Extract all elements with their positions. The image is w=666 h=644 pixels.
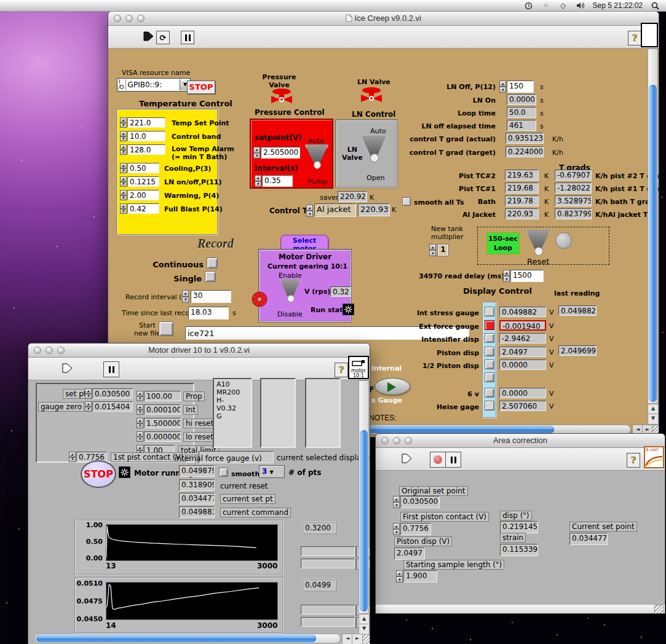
listbox-2[interactable]	[260, 378, 296, 448]
minimize-button[interactable]	[46, 347, 53, 354]
interval-spinner[interactable]: ▲▼	[255, 175, 261, 187]
cooling-spinner[interactable]: ▲▼	[120, 163, 127, 173]
six-v-toggle[interactable]	[485, 388, 494, 398]
first-piston-contact-spinner[interactable]: ▲▼	[393, 523, 400, 535]
ln-onoff-spinner[interactable]: ▲▼	[120, 176, 127, 187]
displays-icon[interactable]: ⁘	[541, 1, 551, 10]
gauge-switch-button[interactable]	[375, 378, 410, 395]
run-continuous-icon[interactable]: ⟳	[156, 31, 170, 44]
new-tank-spinner[interactable]: ▲▼	[429, 244, 436, 256]
low-temp-alarm-spinner[interactable]: ▲▼	[120, 144, 127, 155]
resize-grip[interactable]	[362, 634, 370, 644]
close-button[interactable]	[114, 15, 121, 22]
ice-creep-titlebar[interactable]: Ice Creep v9.0.2.vi	[108, 12, 659, 26]
cursor-field-y1[interactable]	[301, 559, 355, 568]
setpoint-spinner[interactable]: ▲▼	[253, 147, 260, 159]
first-piston-contact-field[interactable]: 0.7756	[400, 523, 431, 535]
int-spinner[interactable]: ▲▼	[137, 404, 143, 415]
stop-button[interactable]: STOP	[81, 460, 116, 488]
cursor-field-x1[interactable]	[301, 546, 355, 556]
piston-disp-toggle[interactable]	[485, 347, 494, 356]
zoom-button[interactable]	[57, 347, 65, 354]
original-set-point-field[interactable]: 0.030500	[400, 496, 440, 508]
sample-length-field[interactable]: 1.900	[403, 570, 437, 583]
area-titlebar[interactable]: Area correction	[376, 434, 665, 448]
displacement-listbox[interactable]: A10 MR200 H- V0.32 G	[213, 378, 252, 448]
set-pt-spinner[interactable]: ▲▼	[85, 388, 92, 399]
run-icon[interactable]	[62, 363, 73, 375]
minimize-button[interactable]	[393, 437, 400, 444]
read-delay-spinner[interactable]: ▲▼	[503, 270, 510, 282]
help-button[interactable]: ?	[628, 31, 641, 45]
lo-reset-field[interactable]: 0.000000	[144, 431, 181, 442]
run-state-indicator[interactable]	[343, 304, 354, 318]
sample-length-spinner[interactable]: ▲▼	[396, 570, 403, 583]
full-blast-spinner[interactable]: ▲▼	[120, 203, 127, 214]
control-band-field[interactable]: 10.0	[127, 131, 165, 141]
prop-spinner[interactable]: ▲▼	[137, 391, 143, 401]
single-toggle[interactable]	[205, 271, 216, 282]
smooth-all-ts-checkbox[interactable]	[402, 197, 411, 206]
vi-icon-box[interactable]	[641, 23, 658, 47]
temp-setpoint-spinner[interactable]: ▲▼	[120, 117, 127, 128]
setpoint-field[interactable]: 2.505000	[261, 147, 300, 159]
main-vertical-scrollbar[interactable]	[648, 49, 658, 404]
close-button[interactable]	[381, 437, 389, 444]
smooth-toggle[interactable]	[219, 468, 228, 477]
read-delay-field[interactable]: 1500	[510, 270, 544, 282]
control-tc-spinner[interactable]: ▲▼	[306, 205, 313, 217]
record-interval-spinner[interactable]: ▲▼	[182, 290, 189, 303]
run-icon[interactable]	[402, 454, 413, 466]
pause-button[interactable]	[181, 31, 194, 44]
scroll-right-button[interactable]: ►	[352, 634, 363, 644]
vi-icon-acorr[interactable]: A corr	[644, 446, 664, 468]
cooling-field[interactable]: 0.50	[127, 163, 159, 173]
listbox-3[interactable]	[305, 378, 341, 448]
hi-reset-field[interactable]: 1.500000	[144, 418, 181, 428]
lo-reset-spinner[interactable]: ▲▼	[137, 431, 143, 442]
resize-grip[interactable]	[654, 605, 664, 614]
pressure-valve-slider[interactable]	[305, 144, 328, 170]
pause-button[interactable]	[445, 452, 461, 468]
original-set-point-spinner[interactable]: ▲▼	[393, 496, 400, 508]
motor-horizontal-scrollbar[interactable]	[34, 634, 341, 643]
pause-button[interactable]	[103, 361, 119, 377]
zoom-button[interactable]	[405, 437, 412, 444]
hi-reset-spinner[interactable]: ▲▼	[137, 418, 143, 428]
close-button[interactable]	[34, 347, 41, 354]
warming-field[interactable]: 2.00	[127, 190, 159, 200]
contact-spinner[interactable]: ▲▼	[69, 452, 76, 462]
ln-off-field[interactable]: 150	[507, 80, 534, 93]
reset-slider[interactable]	[526, 230, 550, 257]
run-icon[interactable]	[143, 31, 154, 44]
ln-off-spinner[interactable]: ▲▼	[499, 80, 506, 93]
zoom-button[interactable]	[137, 15, 145, 22]
gauge-zero-field[interactable]: 0.015404	[92, 401, 133, 412]
motor-titlebar[interactable]: Motor driver 10 to 1 v9.0.2.vi	[28, 344, 370, 358]
ext-force-toggle[interactable]	[485, 320, 494, 330]
gauge-zero-spinner[interactable]: ▲▼	[85, 401, 92, 412]
motor-enable-slider[interactable]	[280, 279, 301, 304]
intensifier-toggle[interactable]	[485, 333, 494, 343]
control-band-spinner[interactable]: ▲▼	[120, 131, 127, 141]
set-pt-field[interactable]: 0.030500	[92, 388, 133, 399]
minimize-button[interactable]	[125, 15, 133, 22]
ln-onoff-field[interactable]: 0.1215	[127, 176, 159, 187]
record-interval-field[interactable]: 30	[191, 290, 231, 303]
full-blast-field[interactable]: 0.42	[127, 203, 159, 214]
volume-icon[interactable]	[576, 1, 585, 10]
half-piston-toggle[interactable]	[485, 359, 494, 369]
help-button[interactable]: ?	[627, 453, 640, 468]
new-tank-field[interactable]: 1	[438, 245, 448, 256]
time-machine-icon[interactable]	[524, 1, 534, 10]
airport-icon[interactable]: ◇	[558, 1, 568, 10]
npts-dropdown[interactable]: 3 ▼	[259, 465, 285, 478]
menu-clock[interactable]: Sep 5 21:22:02	[593, 1, 643, 10]
reset-led[interactable]	[555, 232, 572, 249]
spare-toggle[interactable]	[485, 372, 494, 382]
continuous-toggle[interactable]	[207, 257, 218, 269]
cursor-field-x2[interactable]	[301, 605, 355, 615]
heise-toggle[interactable]	[485, 401, 494, 410]
help-button[interactable]: ?	[335, 363, 348, 377]
temp-setpoint-field[interactable]: 221.0	[127, 117, 165, 128]
